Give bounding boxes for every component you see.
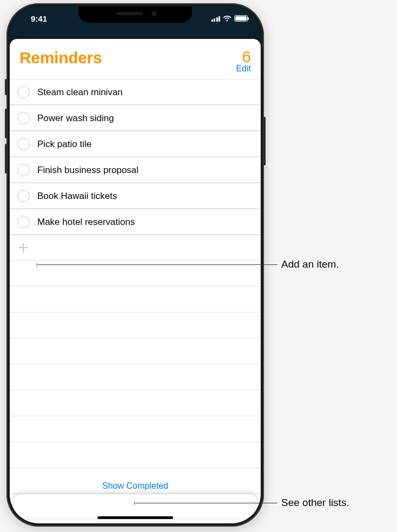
plus-icon — [17, 242, 30, 254]
reminder-row[interactable]: Finish business proposal — [10, 157, 261, 183]
page-title: Reminders — [19, 49, 102, 67]
home-indicator[interactable] — [97, 516, 173, 519]
battery-icon — [234, 15, 248, 22]
complete-toggle[interactable] — [17, 190, 30, 202]
reminder-label: Power wash siding — [37, 113, 114, 124]
cellular-signal-icon — [211, 16, 221, 22]
reminder-label: Finish business proposal — [37, 165, 138, 176]
iphone-frame: 9:41 Reminder — [6, 3, 264, 527]
show-completed-button[interactable]: Show Completed — [10, 481, 261, 491]
reminder-row[interactable]: Steam clean minivan — [10, 79, 261, 105]
callout-add-item: Add an item. — [281, 258, 339, 270]
callout-see-other-lists: See other lists. — [281, 497, 349, 509]
complete-toggle[interactable] — [17, 112, 30, 124]
reminder-label: Pick patio tile — [37, 139, 91, 150]
volume-up-button — [5, 109, 7, 138]
reminders-sheet: Reminders 6 Edit Steam clean minivan — [10, 39, 261, 523]
reminder-row[interactable]: Pick patio tile — [10, 131, 261, 157]
add-reminder-button[interactable] — [10, 235, 261, 261]
notch — [78, 6, 192, 23]
reminder-label: Steam clean minivan — [37, 87, 123, 98]
reminder-label: Make hotel reservations — [37, 217, 135, 228]
other-lists-handle[interactable] — [14, 494, 256, 517]
complete-toggle[interactable] — [17, 164, 30, 176]
reminder-row[interactable]: Book Hawaii tickets — [10, 183, 261, 209]
reminder-label: Book Hawaii tickets — [37, 191, 117, 202]
reminder-count: 6 — [236, 49, 251, 65]
complete-toggle[interactable] — [17, 216, 30, 228]
screen: 9:41 Reminder — [10, 6, 261, 523]
callout-line — [135, 503, 277, 503]
edit-button[interactable]: Edit — [236, 64, 251, 74]
power-button — [263, 117, 266, 165]
callout-line — [38, 264, 277, 265]
complete-toggle[interactable] — [17, 138, 30, 150]
silence-switch — [5, 79, 7, 95]
wifi-icon — [223, 15, 231, 22]
complete-toggle[interactable] — [17, 86, 30, 98]
volume-down-button — [5, 144, 7, 174]
reminder-row[interactable]: Power wash siding — [10, 105, 261, 131]
reminder-list[interactable]: Steam clean minivan Power wash siding Pi… — [10, 79, 261, 523]
status-time: 9:41 — [23, 14, 55, 23]
reminder-row[interactable]: Make hotel reservations — [10, 209, 261, 235]
